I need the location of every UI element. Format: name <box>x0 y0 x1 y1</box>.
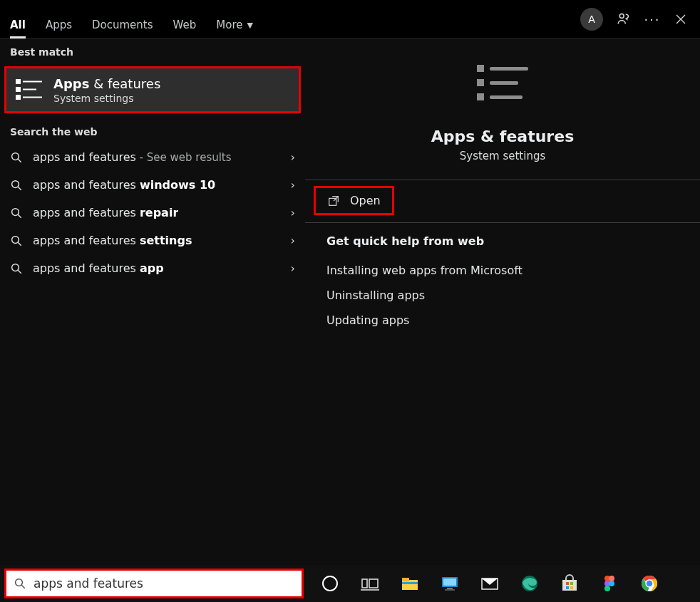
web-result-text: apps and features windows 10 <box>33 178 215 192</box>
cortana-icon[interactable] <box>319 573 341 594</box>
taskbar-apps <box>319 573 660 594</box>
chevron-right-icon: › <box>291 206 295 219</box>
best-match-highlight: Apps & features System settings <box>4 66 301 113</box>
svg-rect-1 <box>16 80 20 83</box>
web-result[interactable]: apps and features app › <box>0 254 305 282</box>
figma-icon[interactable] <box>599 573 620 594</box>
svg-point-45 <box>609 576 614 581</box>
svg-rect-42 <box>566 586 569 589</box>
results-panel: Best match Apps & features System settin <box>0 38 305 565</box>
web-result[interactable]: apps and features - See web results › <box>0 143 305 171</box>
search-icon <box>10 179 23 192</box>
svg-rect-36 <box>445 589 455 591</box>
search-web-label: Search the web <box>0 119 305 143</box>
open-button[interactable]: Open <box>314 186 394 215</box>
tab-more-label: More <box>216 19 242 31</box>
svg-rect-22 <box>490 95 523 99</box>
help-section-title: Get quick help from web <box>305 234 700 248</box>
open-icon <box>327 194 340 207</box>
svg-rect-21 <box>490 81 518 85</box>
svg-rect-19 <box>477 93 484 100</box>
svg-rect-28 <box>369 579 378 588</box>
svg-point-24 <box>16 579 23 586</box>
content: Best match Apps & features System settin <box>0 38 700 565</box>
svg-rect-2 <box>16 88 20 91</box>
mail-icon[interactable] <box>479 573 500 594</box>
taskbar-search[interactable] <box>4 569 304 598</box>
file-explorer-icon[interactable] <box>399 573 421 594</box>
best-match-subtitle: System settings <box>53 93 160 104</box>
search-icon <box>14 577 26 590</box>
svg-line-25 <box>21 585 25 588</box>
microsoft-store-icon[interactable] <box>559 573 580 594</box>
search-icon <box>10 262 23 275</box>
svg-rect-31 <box>402 578 409 581</box>
svg-point-11 <box>12 208 19 215</box>
svg-point-0 <box>619 14 624 18</box>
best-match-text: Apps & features System settings <box>53 76 160 104</box>
svg-rect-30 <box>402 580 418 590</box>
separator <box>305 222 700 223</box>
search-icon <box>10 207 23 219</box>
apps-features-icon <box>15 76 43 104</box>
web-result[interactable]: apps and features settings › <box>0 227 305 254</box>
header: All Apps Documents Web More▼ A ··· <box>0 0 700 38</box>
best-match-label: Best match <box>0 39 305 63</box>
svg-rect-41 <box>570 582 573 585</box>
svg-rect-20 <box>490 67 528 71</box>
svg-rect-3 <box>16 95 20 99</box>
apps-features-large-icon <box>471 56 534 116</box>
chrome-icon[interactable] <box>639 573 660 594</box>
web-result-text: apps and features settings <box>33 234 192 247</box>
search-tabs: All Apps Documents Web More▼ <box>0 0 263 38</box>
svg-point-48 <box>604 586 610 591</box>
web-result-text: apps and features app <box>33 261 164 275</box>
chevron-right-icon: › <box>291 234 295 247</box>
tab-all[interactable]: All <box>0 9 36 38</box>
preview-subtitle: System settings <box>305 150 700 162</box>
feedback-icon[interactable] <box>616 11 632 27</box>
edge-icon[interactable] <box>519 573 540 594</box>
svg-point-13 <box>12 236 19 243</box>
help-link[interactable]: Updating apps <box>305 308 700 333</box>
best-match-item[interactable]: Apps & features System settings <box>6 68 299 111</box>
preview-title: Apps & features <box>305 128 700 145</box>
svg-point-15 <box>12 264 19 271</box>
svg-rect-17 <box>477 65 484 72</box>
svg-rect-34 <box>443 578 456 586</box>
svg-line-10 <box>18 187 21 190</box>
tab-web[interactable]: Web <box>163 9 207 38</box>
svg-rect-43 <box>570 586 573 589</box>
svg-rect-27 <box>362 579 367 588</box>
separator <box>305 180 700 180</box>
svg-rect-40 <box>566 582 569 585</box>
web-result[interactable]: apps and features repair › <box>0 199 305 227</box>
svg-point-47 <box>609 581 614 586</box>
more-options-icon[interactable]: ··· <box>644 11 660 27</box>
chevron-right-icon: › <box>291 261 295 275</box>
monitor-app-icon[interactable] <box>439 573 460 594</box>
web-result-text: apps and features - See web results <box>33 150 232 164</box>
tab-more[interactable]: More▼ <box>206 9 263 38</box>
svg-line-16 <box>18 270 21 274</box>
svg-rect-18 <box>477 79 484 86</box>
svg-rect-39 <box>562 580 577 591</box>
close-button[interactable] <box>673 11 689 27</box>
task-view-icon[interactable] <box>359 573 381 594</box>
web-result[interactable]: apps and features windows 10 › <box>0 171 305 199</box>
help-link[interactable]: Uninstalling apps <box>305 283 700 308</box>
chevron-right-icon: › <box>291 178 295 192</box>
svg-point-26 <box>323 576 337 591</box>
search-input[interactable] <box>32 576 294 591</box>
web-result-text: apps and features repair <box>33 206 178 219</box>
search-icon <box>10 151 23 164</box>
tab-documents[interactable]: Documents <box>82 9 163 38</box>
svg-point-9 <box>12 180 19 187</box>
open-label: Open <box>350 194 381 207</box>
avatar[interactable]: A <box>580 8 603 31</box>
best-match-title: Apps & features <box>53 76 160 91</box>
preview-panel: Apps & features System settings Open Get… <box>305 38 700 565</box>
tab-apps[interactable]: Apps <box>36 9 82 38</box>
help-link[interactable]: Installing web apps from Microsoft <box>305 258 700 283</box>
svg-line-8 <box>18 159 21 162</box>
